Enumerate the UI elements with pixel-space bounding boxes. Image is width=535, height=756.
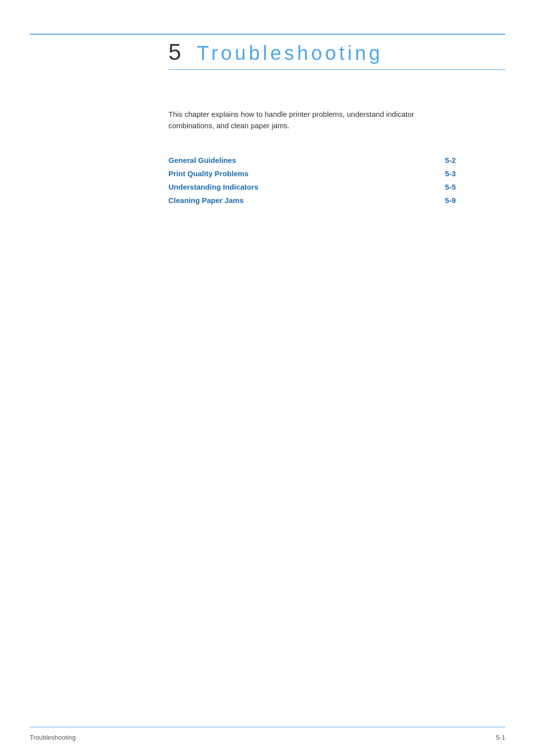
- toc-item-general-guidelines: General Guidelines 5-2: [168, 156, 456, 164]
- toc-item-cleaning-paper-jams: Cleaning Paper Jams 5-9: [168, 196, 456, 204]
- toc-page-general-guidelines: 5-2: [445, 156, 456, 164]
- toc-section: General Guidelines 5-2 Print Quality Pro…: [168, 156, 456, 209]
- chapter-title: Troubleshooting: [197, 42, 383, 64]
- toc-link-understanding-indicators[interactable]: Understanding Indicators: [168, 183, 259, 191]
- page-container: 5 Troubleshooting This chapter explains …: [0, 0, 535, 756]
- intro-paragraph: This chapter explains how to handle prin…: [168, 109, 456, 131]
- toc-item-print-quality: Print Quality Problems 5-3: [168, 169, 456, 178]
- top-rule: [30, 34, 505, 35]
- toc-page-cleaning-paper-jams: 5-9: [445, 196, 456, 204]
- footer-left: Troubleshooting: [30, 734, 76, 741]
- toc-link-print-quality[interactable]: Print Quality Problems: [168, 169, 249, 178]
- chapter-title-line: 5 Troubleshooting: [168, 39, 505, 70]
- toc-page-understanding-indicators: 5-5: [445, 183, 456, 191]
- toc-link-cleaning-paper-jams[interactable]: Cleaning Paper Jams: [168, 196, 244, 204]
- toc-page-print-quality: 5-3: [445, 169, 456, 178]
- toc-item-understanding-indicators: Understanding Indicators 5-5: [168, 183, 456, 191]
- bottom-rule: [30, 727, 505, 728]
- footer-right: 5-1: [496, 734, 505, 741]
- toc-link-general-guidelines[interactable]: General Guidelines: [168, 156, 236, 164]
- chapter-header: 5 Troubleshooting: [168, 39, 505, 70]
- chapter-number: 5: [168, 39, 182, 65]
